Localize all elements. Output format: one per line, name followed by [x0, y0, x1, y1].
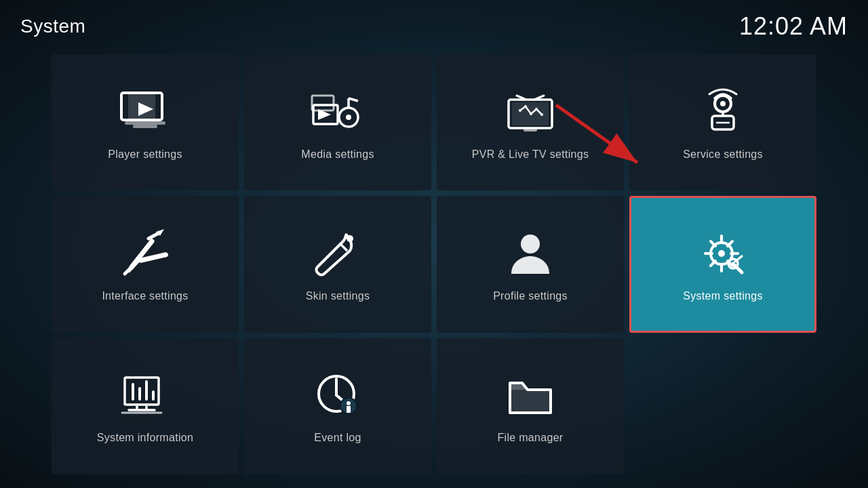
clock-display: 12:02 AM	[739, 12, 848, 41]
file-manager-tile[interactable]: File manager	[437, 338, 624, 474]
svg-line-29	[149, 233, 159, 239]
svg-point-35	[521, 235, 540, 253]
event-log-label: Event log	[314, 432, 361, 444]
system-settings-icon	[696, 226, 750, 281]
empty-tile	[629, 338, 816, 474]
interface-settings-tile[interactable]: Interface settings	[52, 196, 239, 332]
svg-rect-16	[524, 128, 537, 131]
file-manager-label: File manager	[498, 432, 564, 444]
file-manager-icon	[503, 368, 557, 422]
pvr-settings-tile[interactable]: PVR & Live TV settings	[437, 54, 624, 190]
interface-settings-label: Interface settings	[102, 290, 188, 302]
media-icon	[311, 85, 365, 139]
player-settings-label: Player settings	[108, 148, 182, 161]
system-information-tile[interactable]: System information	[52, 338, 239, 474]
system-information-label: System information	[97, 432, 193, 444]
svg-line-33	[340, 244, 347, 251]
svg-rect-3	[125, 121, 165, 125]
player-icon	[118, 85, 172, 139]
service-settings-tile[interactable]: Service settings	[629, 54, 816, 190]
system-settings-tile[interactable]: System settings	[629, 196, 816, 332]
svg-point-34	[347, 235, 353, 242]
interface-icon	[118, 226, 172, 281]
svg-rect-57	[347, 406, 351, 413]
svg-rect-7	[312, 96, 334, 110]
pvr-icon	[503, 85, 557, 139]
svg-point-37	[718, 250, 725, 257]
page-title: System	[20, 16, 85, 37]
svg-rect-58	[510, 390, 551, 413]
system-settings-label: System settings	[683, 290, 762, 302]
skin-icon	[311, 226, 365, 281]
player-settings-tile[interactable]: Player settings	[52, 54, 239, 190]
system-information-icon	[118, 368, 172, 422]
svg-point-56	[347, 401, 351, 405]
svg-rect-4	[133, 125, 157, 128]
event-log-icon	[311, 368, 365, 422]
media-settings-tile[interactable]: Media settings	[244, 54, 431, 190]
pvr-settings-label: PVR & Live TV settings	[472, 148, 589, 161]
skin-settings-label: Skin settings	[306, 290, 370, 302]
service-settings-label: Service settings	[683, 148, 763, 161]
skin-settings-tile[interactable]: Skin settings	[244, 196, 431, 332]
profile-settings-tile[interactable]: Profile settings	[437, 196, 624, 332]
profile-settings-label: Profile settings	[493, 290, 568, 302]
settings-grid: Player settings Media settings	[0, 47, 868, 488]
svg-point-9	[346, 115, 351, 120]
header: System 12:02 AM	[0, 0, 868, 47]
service-icon	[696, 85, 750, 139]
event-log-tile[interactable]: Event log	[244, 338, 431, 474]
profile-icon	[503, 226, 557, 281]
svg-point-23	[720, 101, 726, 106]
media-settings-label: Media settings	[301, 148, 374, 161]
svg-line-11	[349, 98, 358, 101]
